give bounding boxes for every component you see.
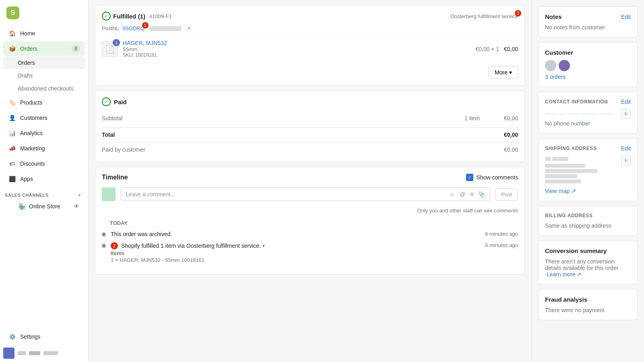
product-total: €0,00: [504, 46, 518, 52]
contact-card: CONTACT INFORMATION Edit ⎘ No phone numb…: [538, 92, 638, 134]
show-comments-toggle[interactable]: ✓ Show comments: [466, 174, 518, 181]
timeline-content-2: 2 Shopify fulfilled 1 item via Oosterber…: [111, 242, 518, 263]
sidebar-item-discounts[interactable]: 🏷 Discounts: [3, 156, 85, 171]
tracking-blurred-1: [149, 26, 182, 31]
sidebar-item-settings[interactable]: ⚙️ Settings: [3, 329, 85, 344]
address-line-3: [545, 169, 597, 173]
subtotal-row: Subtotal 1 item €0,00: [102, 113, 518, 124]
sidebar-item-orders-sub[interactable]: Orders: [3, 56, 85, 69]
learn-more-link[interactable]: Learn more ↗: [547, 271, 582, 278]
sidebar-item-products[interactable]: 🏷️ Products: [3, 95, 85, 110]
online-store-icon: 🏪: [18, 202, 26, 210]
conversion-title: Conversion summary: [545, 247, 607, 254]
copy-address-button[interactable]: ⎘: [621, 156, 631, 165]
timeline-item-fulfilled: 2 Shopify fulfilled 1 item via Oosterber…: [102, 242, 518, 263]
fraud-title: Fraud analysis: [545, 296, 587, 303]
notes-edit-button[interactable]: Edit: [621, 14, 631, 20]
product-variant: 55mm: [123, 46, 471, 52]
contact-pill-3: [567, 113, 579, 115]
customer-orders-link[interactable]: 3 orders: [545, 74, 566, 80]
timeline-header: Timeline ✓ Show comments: [102, 174, 518, 181]
product-name[interactable]: HAGER, MJN532: [123, 40, 471, 46]
product-qty-badge: 1: [113, 39, 120, 46]
mention-icon[interactable]: @: [460, 191, 465, 197]
apps-icon: ⬛: [8, 175, 16, 183]
more-label: More: [495, 69, 508, 76]
sidebar-item-products-label: Products: [20, 99, 42, 106]
address-line-5: [545, 179, 581, 183]
notification-badge: 3: [515, 10, 521, 16]
fulfilled-time: 6 minutes ago: [485, 242, 518, 248]
customers-icon: 👤: [8, 114, 16, 122]
product-image: 📄 1: [102, 41, 118, 57]
tracking-link[interactable]: 3SGDRQ 1: [122, 25, 144, 31]
sidebar-item-apps[interactable]: ⬛ Apps: [3, 172, 85, 186]
paid-check-icon: ✓: [102, 97, 111, 106]
paid-by-row: Paid by customer €0,00: [102, 142, 518, 155]
timeline-card: Timeline ✓ Show comments Leave a comment…: [95, 167, 525, 275]
view-map-link[interactable]: View map ↗: [545, 188, 631, 194]
sidebar-item-analytics-label: Analytics: [20, 130, 43, 136]
payment-card: ✓ Paid Subtotal 1 item €0,00 Total €0,00…: [95, 90, 525, 162]
fraud-card: Fraud analysis There were no payment: [538, 289, 638, 320]
address-line-2: [545, 164, 585, 168]
sidebar-item-orders[interactable]: 📦 Orders 8: [3, 41, 85, 56]
analytics-icon: 📊: [8, 129, 16, 137]
fulfilled-card: ✓ Fulfilled (1) #1009-F1 Oosterberg fulf…: [95, 5, 525, 86]
settings-icon: ⚙️: [8, 333, 16, 341]
total-amount: €0,00: [504, 132, 518, 138]
add-sales-channel-button[interactable]: +: [76, 191, 83, 199]
total-label: Total: [102, 132, 115, 138]
sidebar-item-marketing-label: Marketing: [20, 145, 45, 152]
timeline-item-archived: This order was archived. 6 minutes ago: [102, 231, 518, 237]
sidebar-item-online-store[interactable]: 🏪 Online Store 👁: [3, 201, 85, 212]
user-bar: [0, 344, 88, 362]
attachment-icon[interactable]: 📎: [478, 191, 485, 197]
sidebar-item-discounts-label: Discounts: [20, 160, 45, 167]
shipping-edit-button[interactable]: Edit: [621, 145, 631, 152]
product-price: €0,00 × 1: [475, 46, 499, 52]
comment-placeholder: Leave a comment...: [126, 191, 449, 197]
conversion-no-details: There aren't any conversion details avai…: [545, 258, 619, 278]
items-sub-label: Items: [111, 250, 124, 256]
sidebar-item-marketing[interactable]: 📣 Marketing: [3, 141, 85, 156]
fulfilled-dropdown-arrow[interactable]: ▾: [262, 243, 265, 249]
copy-contact-button[interactable]: ⎘: [621, 109, 631, 119]
tracking-carrier: PostNL: [102, 25, 119, 31]
sidebar-item-analytics[interactable]: 📊 Analytics: [3, 126, 85, 140]
customer-header: Customer: [545, 49, 631, 56]
contact-edit-button[interactable]: Edit: [621, 99, 631, 105]
sidebar-logo: S: [0, 0, 88, 26]
tracking-num-badge: 1: [142, 22, 149, 29]
emoji-icon[interactable]: ☺: [449, 191, 455, 197]
sidebar-item-customers[interactable]: 👤 Customers: [3, 111, 85, 125]
comment-box[interactable]: Leave a comment... ☺ @ # 📎: [120, 187, 490, 201]
user-avatar: [3, 348, 14, 359]
sidebar: S 🏠 Home 📦 Orders 8 Orders Drafts Abando…: [0, 0, 89, 362]
show-comments-checkbox[interactable]: ✓: [466, 174, 473, 181]
fulfilled-header: ✓ Fulfilled (1) #1009-F1 Oosterberg fulf…: [102, 12, 518, 21]
shipping-address-content: [545, 156, 597, 185]
conversion-card: Conversion summary There aren't any conv…: [538, 241, 638, 284]
sidebar-item-apps-label: Apps: [20, 176, 33, 182]
post-button[interactable]: Post: [495, 188, 518, 201]
sidebar-item-customers-label: Customers: [20, 115, 47, 121]
timeline-title: Timeline: [102, 174, 128, 181]
content-area: ✓ Fulfilled (1) #1009-F1 Oosterberg fulf…: [89, 0, 531, 362]
tracking-number: 3SGDRQ: [122, 25, 144, 31]
comment-icon-row: ☺ @ # 📎: [449, 191, 485, 197]
sidebar-item-home[interactable]: 🏠 Home: [3, 26, 85, 41]
contact-pill-4: [580, 113, 597, 115]
hashtag-icon[interactable]: #: [471, 191, 474, 197]
contact-header: CONTACT INFORMATION Edit: [545, 99, 631, 105]
sidebar-item-drafts[interactable]: Drafts: [3, 69, 85, 82]
sidebar-item-abandoned[interactable]: Abandoned checkouts: [3, 82, 85, 95]
contact-pill-2: [559, 113, 565, 115]
billing-header: BILLING ADDRESS: [545, 213, 631, 218]
more-button[interactable]: More ▾: [489, 66, 518, 79]
address-line-1: [545, 156, 597, 162]
notes-title: Notes: [545, 13, 562, 20]
billing-title: BILLING ADDRESS: [545, 213, 593, 218]
fulfilled-items-detail: 1 × HAGER, MJN532 - 55mm 10019161: [111, 257, 518, 263]
shipping-header: SHIPPING ADDRESS Edit: [545, 145, 631, 152]
